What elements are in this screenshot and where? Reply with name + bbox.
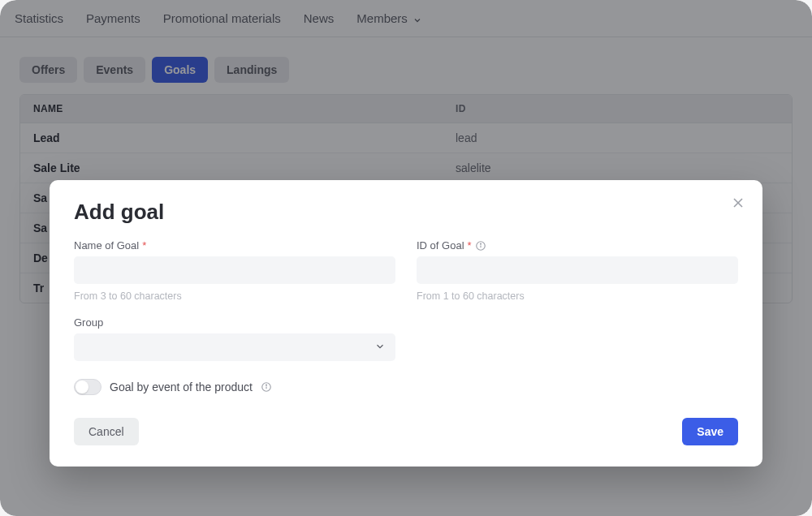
- cancel-button[interactable]: Cancel: [74, 418, 139, 445]
- modal-actions: Cancel Save: [74, 418, 738, 445]
- field-group: Group: [74, 316, 395, 361]
- info-icon[interactable]: [475, 240, 486, 252]
- spacer: [417, 316, 738, 361]
- save-button[interactable]: Save: [682, 418, 738, 445]
- name-input[interactable]: [74, 256, 395, 284]
- add-goal-modal: Add goal Name of Goal * From 3 to 60 cha…: [50, 180, 762, 467]
- close-button[interactable]: [730, 195, 746, 214]
- field-id-of-goal: ID of Goal * From 1 to 60 characters: [417, 239, 738, 302]
- group-select[interactable]: [74, 333, 395, 361]
- svg-point-4: [480, 243, 481, 244]
- field-name-of-goal: Name of Goal * From 3 to 60 characters: [74, 239, 395, 302]
- toggle-label: Goal by event of the product: [110, 381, 253, 393]
- toggle-row: Goal by event of the product: [74, 379, 738, 395]
- svg-point-7: [266, 385, 266, 385]
- required-mark: *: [468, 239, 472, 252]
- chevron-down-icon: [374, 341, 386, 355]
- id-hint: From 1 to 60 characters: [417, 290, 738, 302]
- goal-by-event-toggle[interactable]: [74, 379, 102, 395]
- info-icon[interactable]: [261, 381, 272, 393]
- name-hint: From 3 to 60 characters: [74, 290, 395, 302]
- modal-title: Add goal: [74, 200, 738, 225]
- id-input[interactable]: [417, 256, 738, 284]
- close-icon: [730, 200, 746, 213]
- required-mark: *: [142, 239, 146, 252]
- label-group: Group: [74, 316, 103, 329]
- modal-overlay[interactable]: Add goal Name of Goal * From 3 to 60 cha…: [0, 0, 812, 516]
- label-name: Name of Goal: [74, 239, 139, 252]
- label-id: ID of Goal: [417, 239, 464, 252]
